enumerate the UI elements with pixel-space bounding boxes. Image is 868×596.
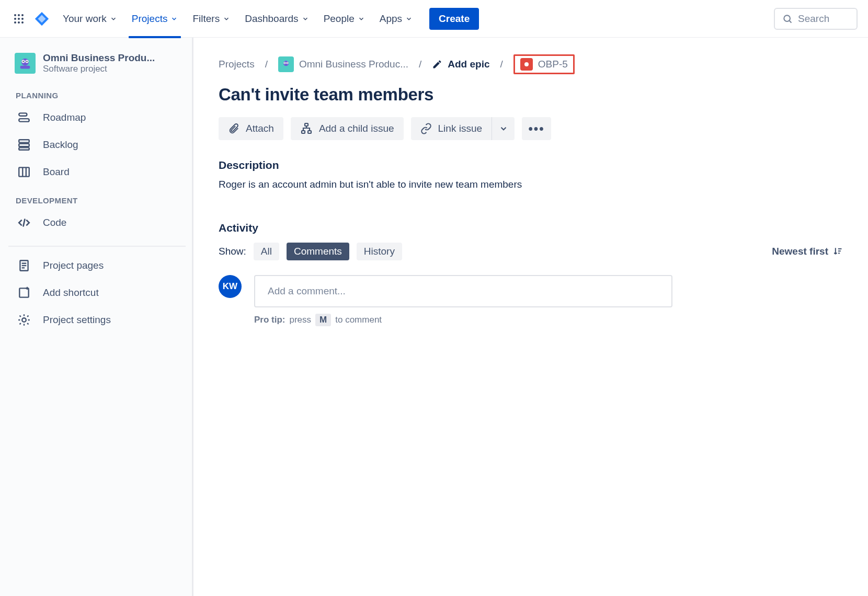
sidebar-item-backlog[interactable]: Backlog <box>13 131 186 158</box>
nav-people[interactable]: People <box>317 9 371 29</box>
chevron-down-icon <box>170 15 178 22</box>
attach-button[interactable]: Attach <box>219 117 283 140</box>
project-avatar-icon <box>15 53 36 74</box>
chevron-down-icon <box>223 15 230 22</box>
main-content: Projects / Omni Business Produc... / Add… <box>193 38 868 596</box>
breadcrumb-separator: / <box>419 59 421 70</box>
breadcrumb-issue-key[interactable]: OBP-5 <box>513 54 575 74</box>
sidebar-item-roadmap[interactable]: Roadmap <box>13 104 186 131</box>
sidebar-item-label: Code <box>43 217 66 228</box>
svg-point-37 <box>287 63 288 64</box>
issue-title[interactable]: Can't invite team members <box>219 85 843 105</box>
bug-icon <box>520 58 533 71</box>
sidebar-item-label: Project pages <box>43 260 104 271</box>
chevron-down-icon <box>302 15 309 22</box>
attach-icon <box>228 123 239 134</box>
svg-point-0 <box>14 14 16 16</box>
svg-rect-39 <box>305 123 308 126</box>
svg-rect-41 <box>308 131 311 133</box>
breadcrumb-projects[interactable]: Projects <box>219 59 255 70</box>
svg-point-14 <box>22 61 24 62</box>
code-icon <box>17 215 31 230</box>
search-icon <box>782 14 793 24</box>
chevron-down-icon <box>358 15 365 22</box>
project-header[interactable]: Omni Business Produ... Software project <box>13 52 186 74</box>
nav-projects[interactable]: Projects <box>125 9 185 29</box>
pencil-icon <box>432 59 442 70</box>
current-user-avatar: KW <box>219 275 242 298</box>
backlog-icon <box>17 137 31 152</box>
activity-filter: Show: All Comments History Newest first <box>219 243 843 260</box>
description-text[interactable]: Roger is an account admin but isn't able… <box>219 179 843 190</box>
sidebar-item-label: Roadmap <box>43 112 86 123</box>
breadcrumb-project-label: Omni Business Produc... <box>299 59 408 70</box>
svg-point-6 <box>14 21 16 24</box>
svg-point-9 <box>784 15 790 21</box>
sidebar-item-label: Add shortcut <box>43 287 99 299</box>
app-switcher-icon[interactable] <box>10 10 27 27</box>
sidebar: Omni Business Produ... Software project … <box>0 38 193 596</box>
tab-history[interactable]: History <box>357 243 402 260</box>
sidebar-item-label: Project settings <box>43 314 111 326</box>
nav-filters[interactable]: Filters <box>186 9 236 29</box>
section-planning-label: PLANNING <box>16 91 186 100</box>
add-shortcut-icon <box>17 285 31 300</box>
nav-label: People <box>324 13 355 25</box>
sort-newest-first[interactable]: Newest first <box>772 246 843 257</box>
page-icon <box>17 258 31 273</box>
svg-point-38 <box>524 62 529 66</box>
link-icon <box>420 123 432 134</box>
svg-point-36 <box>284 63 285 64</box>
svg-rect-19 <box>19 140 29 142</box>
tab-all[interactable]: All <box>254 243 279 260</box>
breadcrumb-separator: / <box>500 59 503 70</box>
svg-rect-17 <box>19 113 27 116</box>
link-issue-label: Link issue <box>438 123 483 134</box>
svg-point-3 <box>14 18 16 20</box>
chevron-down-icon <box>110 15 117 22</box>
pro-tip: Pro tip: press M to comment <box>254 314 672 326</box>
more-actions-button[interactable]: ••• <box>522 117 551 140</box>
breadcrumb-add-epic[interactable]: Add epic <box>432 59 489 70</box>
svg-rect-22 <box>19 167 29 176</box>
nav-apps[interactable]: Apps <box>373 9 419 29</box>
sidebar-item-code[interactable]: Code <box>13 209 186 236</box>
nav-dashboards[interactable]: Dashboards <box>238 9 315 29</box>
sidebar-item-project-settings[interactable]: Project settings <box>13 306 186 334</box>
jira-logo-icon[interactable] <box>33 10 50 27</box>
svg-rect-18 <box>19 119 29 121</box>
comment-input[interactable]: Add a comment... <box>254 275 672 307</box>
sidebar-item-add-shortcut[interactable]: Add shortcut <box>13 279 186 306</box>
search-input[interactable]: Search <box>774 8 858 30</box>
link-issue-button[interactable]: Link issue <box>411 117 492 140</box>
sort-desc-icon <box>832 246 843 257</box>
tab-comments[interactable]: Comments <box>287 243 349 260</box>
sidebar-item-board[interactable]: Board <box>13 158 186 186</box>
description-heading: Description <box>219 159 843 171</box>
svg-point-1 <box>18 14 20 16</box>
sort-label: Newest first <box>772 246 828 257</box>
search-placeholder: Search <box>798 13 829 25</box>
show-label: Show: <box>219 246 246 257</box>
add-child-label: Add a child issue <box>319 123 394 134</box>
project-avatar-icon <box>278 56 294 72</box>
roadmap-icon <box>17 110 31 125</box>
nav-label: Apps <box>380 13 402 25</box>
svg-line-10 <box>790 20 792 22</box>
pro-tip-pre: press <box>290 315 312 325</box>
more-icon: ••• <box>528 121 544 136</box>
chevron-down-icon <box>499 124 508 133</box>
sidebar-item-label: Board <box>43 166 70 178</box>
section-development-label: DEVELOPMENT <box>16 196 186 205</box>
board-icon <box>17 165 31 179</box>
breadcrumb-project[interactable]: Omni Business Produc... <box>278 56 408 72</box>
breadcrumb-add-epic-label: Add epic <box>448 59 489 70</box>
create-button[interactable]: Create <box>429 8 479 30</box>
sidebar-item-project-pages[interactable]: Project pages <box>13 252 186 279</box>
add-child-issue-button[interactable]: Add a child issue <box>291 117 404 140</box>
link-issue-dropdown[interactable] <box>492 117 515 140</box>
svg-line-25 <box>23 219 25 226</box>
nav-label: Filters <box>192 13 220 25</box>
svg-rect-16 <box>20 66 30 69</box>
nav-your-work[interactable]: Your work <box>56 9 123 29</box>
